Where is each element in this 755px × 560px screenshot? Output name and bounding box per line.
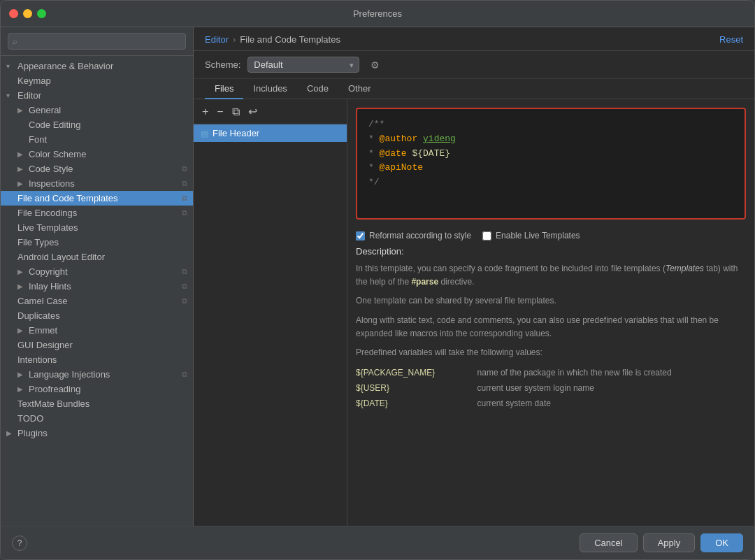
- sidebar-item-plugins[interactable]: ▶ Plugins: [1, 426, 193, 440]
- collapse-arrow: ▶: [17, 268, 29, 275]
- remove-template-button[interactable]: −: [214, 104, 226, 120]
- sidebar-item-copyright[interactable]: ▶ Copyright ⧉: [1, 264, 193, 279]
- var-name: ${PACKAGE_NAME}: [356, 365, 477, 380]
- collapse-arrow: ▶: [17, 150, 29, 158]
- sidebar-item-label: File and Code Templates: [17, 193, 182, 203]
- sidebar-item-language-injections[interactable]: ▶ Language Injections ⧉: [1, 367, 193, 382]
- template-item-file-header[interactable]: ▤ File Header: [194, 124, 347, 142]
- search-wrapper: ⌕: [8, 33, 186, 50]
- copy-icon: ⧉: [182, 164, 187, 173]
- sidebar-item-label: Color Scheme: [29, 149, 187, 159]
- options-row: Reformat according to style Enable Live …: [347, 228, 754, 246]
- sidebar-item-label: Duplicates: [17, 310, 187, 321]
- variables-table: ${PACKAGE_NAME} name of the package in w…: [356, 365, 746, 411]
- sidebar-item-editor[interactable]: ▾ Editor: [1, 88, 193, 103]
- scheme-label: Scheme:: [205, 59, 240, 70]
- var-desc: name of the package in which the new fil…: [477, 365, 746, 380]
- templates-area: + − ⧉ ↩ ▤ File Header: [194, 99, 754, 526]
- copy-icon: ⧉: [182, 194, 187, 203]
- collapse-arrow: ▶: [17, 371, 29, 378]
- code-line-5: */: [368, 175, 733, 190]
- sidebar-item-android-layout[interactable]: Android Layout Editor: [1, 250, 193, 264]
- code-editor[interactable]: /** * @author yideng * @date ${DATE} * @…: [356, 108, 746, 220]
- sidebar: ⌕ ▾ Appearance & Behavior Keymap ▾: [1, 27, 194, 526]
- collapse-arrow: ▾: [6, 92, 17, 99]
- reformat-label: Reformat according to style: [369, 231, 471, 240]
- sidebar-item-file-types[interactable]: File Types: [1, 235, 193, 250]
- sidebar-item-label: TODO: [17, 413, 187, 424]
- copy-template-button[interactable]: ⧉: [229, 104, 243, 120]
- sidebar-item-font[interactable]: Font: [1, 132, 193, 147]
- sidebar-item-emmet[interactable]: ▶ Emmet: [1, 323, 193, 338]
- sidebar-item-label: Inlay Hints: [29, 281, 182, 292]
- ok-button[interactable]: OK: [700, 533, 743, 552]
- reformat-checkbox-label[interactable]: Reformat according to style: [356, 231, 471, 240]
- minimize-button[interactable]: [23, 9, 32, 18]
- gear-button[interactable]: ⚙: [366, 58, 384, 72]
- collapse-arrow: ▶: [17, 385, 29, 393]
- close-button[interactable]: [9, 9, 18, 18]
- add-template-button[interactable]: +: [199, 104, 211, 120]
- live-templates-checkbox-label[interactable]: Enable Live Templates: [482, 231, 580, 240]
- sidebar-item-label: Emmet: [29, 325, 187, 336]
- sidebar-item-label: Font: [29, 134, 187, 145]
- table-row: ${USER} current user system login name: [356, 380, 746, 396]
- var-name: ${USER}: [356, 380, 477, 396]
- help-button[interactable]: ?: [12, 536, 27, 551]
- reset-template-button[interactable]: ↩: [245, 103, 260, 120]
- copy-icon: ⧉: [182, 282, 187, 291]
- table-row: ${DATE} current system date: [356, 396, 746, 411]
- sidebar-item-code-style[interactable]: ▶ Code Style ⧉: [1, 161, 193, 176]
- sidebar-item-gui-designer[interactable]: GUI Designer: [1, 338, 193, 352]
- sidebar-item-camel-case[interactable]: Camel Case ⧉: [1, 294, 193, 308]
- sidebar-item-appearance[interactable]: ▾ Appearance & Behavior: [1, 59, 193, 73]
- sidebar-item-general[interactable]: ▶ General: [1, 103, 193, 117]
- tab-includes[interactable]: Includes: [243, 79, 296, 99]
- search-icon: ⌕: [13, 37, 17, 45]
- sidebar-item-live-templates[interactable]: Live Templates: [1, 220, 193, 235]
- sidebar-item-keymap[interactable]: Keymap: [1, 73, 193, 88]
- sidebar-item-label: Proofreading: [29, 384, 187, 394]
- reset-button[interactable]: Reset: [719, 34, 743, 45]
- sidebar-item-label: Live Templates: [17, 222, 187, 233]
- tab-other[interactable]: Other: [338, 79, 381, 99]
- live-templates-label: Enable Live Templates: [496, 231, 580, 240]
- live-templates-checkbox[interactable]: [482, 231, 491, 240]
- sidebar-item-label: File Encodings: [17, 208, 182, 218]
- scheme-select[interactable]: Default Project: [247, 57, 359, 73]
- var-name: ${DATE}: [356, 396, 477, 411]
- description-title: Description:: [356, 246, 746, 257]
- sidebar-item-code-editing[interactable]: Code Editing: [1, 117, 193, 132]
- sidebar-item-todo[interactable]: TODO: [1, 411, 193, 426]
- breadcrumb-parent[interactable]: Editor: [205, 34, 229, 45]
- reformat-checkbox[interactable]: [356, 231, 365, 240]
- sidebar-item-textmate-bundles[interactable]: TextMate Bundles: [1, 396, 193, 411]
- description-area: Description: In this template, you can s…: [347, 246, 754, 526]
- sidebar-item-intentions[interactable]: Intentions: [1, 352, 193, 367]
- tab-files[interactable]: Files: [205, 79, 243, 99]
- sidebar-item-label: Code Style: [29, 164, 182, 174]
- sidebar-item-color-scheme[interactable]: ▶ Color Scheme: [1, 147, 193, 161]
- search-input[interactable]: [8, 33, 186, 50]
- description-text-2: One template can be shared by several fi…: [356, 294, 746, 308]
- maximize-button[interactable]: [37, 9, 46, 18]
- sidebar-item-inlay-hints[interactable]: ▶ Inlay Hints ⧉: [1, 279, 193, 294]
- scheme-select-wrap: Default Project: [247, 57, 359, 73]
- sidebar-item-proofreading[interactable]: ▶ Proofreading: [1, 382, 193, 396]
- template-item-label: File Header: [213, 128, 259, 138]
- search-box: ⌕: [1, 27, 193, 56]
- sidebar-item-duplicates[interactable]: Duplicates: [1, 308, 193, 323]
- traffic-lights: [9, 9, 46, 18]
- sidebar-item-label: Code Editing: [29, 120, 187, 130]
- sidebar-item-inspections[interactable]: ▶ Inspections ⧉: [1, 176, 193, 191]
- sidebar-item-label: Android Layout Editor: [17, 252, 187, 262]
- copy-icon: ⧉: [182, 208, 187, 217]
- right-panel: Editor › File and Code Templates Reset S…: [194, 27, 754, 526]
- sidebar-item-file-code-templates[interactable]: File and Code Templates ⧉: [1, 191, 193, 206]
- sidebar-item-label: GUI Designer: [17, 340, 187, 350]
- apply-button[interactable]: Apply: [643, 533, 696, 552]
- cancel-button[interactable]: Cancel: [580, 533, 637, 552]
- templates-items: ▤ File Header: [194, 124, 347, 526]
- sidebar-item-file-encodings[interactable]: File Encodings ⧉: [1, 206, 193, 220]
- tab-code[interactable]: Code: [297, 79, 338, 99]
